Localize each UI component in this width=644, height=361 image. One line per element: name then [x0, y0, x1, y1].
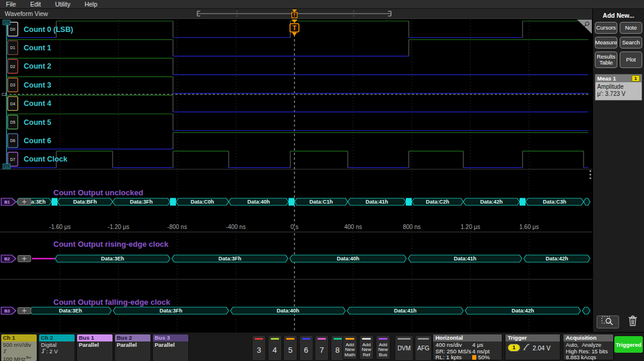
- note-button[interactable]: Note: [620, 22, 642, 34]
- svg-text:Data:3Fh: Data:3Fh: [219, 256, 242, 262]
- dvm-label: DVM: [398, 345, 411, 352]
- svg-text:Data:3Eh: Data:3Eh: [101, 256, 124, 262]
- bus-expand-button-B2[interactable]: [18, 256, 31, 262]
- overview-trigger-marker[interactable]: T: [292, 9, 297, 18]
- horizontal-panel[interactable]: Horizontal 400 ns/div4 μs SR: 250 MS/s4 …: [432, 334, 502, 360]
- bus-expand-button-B3[interactable]: [18, 308, 31, 314]
- bus-label-B3[interactable]: Count Output falling-edge clock: [53, 298, 171, 307]
- channel-label-D3[interactable]: Count 3: [24, 81, 52, 89]
- meas1-type: Amplitude: [597, 83, 640, 91]
- channel-chip-D1[interactable]: D1: [8, 41, 18, 55]
- menu-help[interactable]: Help: [85, 1, 98, 8]
- slice-splitter-handle[interactable]: [589, 173, 591, 175]
- afg-badge[interactable]: AFG: [415, 335, 432, 361]
- inactive-channel-badge-3[interactable]: 3: [252, 335, 266, 361]
- svg-text:B3: B3: [4, 308, 10, 314]
- trigger-panel[interactable]: Trigger 1 2.04 V: [505, 334, 560, 360]
- channel-label-D0[interactable]: Count 0 (LSB): [24, 25, 73, 34]
- menu-file[interactable]: File: [6, 1, 16, 8]
- bus-badge-B1[interactable]: B1: [1, 198, 16, 205]
- add-new-bus-button[interactable]: AddNewBus: [376, 335, 390, 360]
- svg-text:Data:C3h: Data:C3h: [543, 199, 566, 205]
- channel-number: 8: [335, 346, 339, 354]
- meas1-name: Meas 1: [597, 75, 616, 82]
- bus-segment[interactable]: [584, 198, 590, 205]
- channel-chip-D5[interactable]: D5: [8, 115, 18, 130]
- cursors-button[interactable]: Cursors: [595, 22, 617, 34]
- inactive-channel-badge-4[interactable]: 4: [268, 335, 282, 361]
- horizontal-window: 4 μs: [472, 342, 483, 349]
- channel-label-D1[interactable]: Count 1: [24, 44, 52, 52]
- channel-badge-bus-2[interactable]: Bus 2Parallel: [114, 334, 151, 361]
- plot-button[interactable]: Plot: [620, 51, 642, 68]
- digital-channel-D3: [7, 77, 588, 94]
- bandwidth-limit-icon: Bw: [26, 356, 31, 359]
- menu-utility[interactable]: Utility: [55, 1, 71, 8]
- channel-color-stripe: [286, 338, 294, 340]
- svg-text:D1: D1: [10, 46, 15, 50]
- channel-badge-bus-1[interactable]: Bus 1Parallel: [76, 334, 113, 361]
- add-new-ref-button[interactable]: AddNewRef: [359, 335, 374, 360]
- channel-chip-D4[interactable]: D4: [8, 96, 18, 111]
- bus-expand-button-B1[interactable]: [18, 199, 31, 205]
- svg-text:Data:3Fh: Data:3Fh: [130, 199, 153, 205]
- zoom-corner-control[interactable]: [577, 20, 592, 34]
- bus-badge-B3[interactable]: B3: [1, 307, 16, 314]
- inactive-channel-badge-5[interactable]: 5: [283, 335, 297, 361]
- svg-text:D4: D4: [10, 102, 15, 106]
- channel-badge-ch-2[interactable]: Ch 2Digital: 2 V: [39, 334, 75, 361]
- channel-chip-D6[interactable]: D6: [8, 134, 18, 148]
- add-new-math-button[interactable]: AddNewMath: [342, 335, 357, 360]
- inactive-channel-badge-7[interactable]: 7: [315, 335, 329, 361]
- dvm-badge[interactable]: DVM: [395, 335, 414, 361]
- measurement-badge-meas1[interactable]: Meas 1 1 Amplitude μ': 3.723 V: [595, 74, 642, 101]
- search-button[interactable]: Search: [620, 37, 642, 49]
- horizontal-overview-bar[interactable]: T: [0, 9, 592, 18]
- channel-label-D4[interactable]: Count 4: [24, 99, 52, 108]
- svg-text:Data:C1h: Data:C1h: [309, 199, 333, 205]
- bus-glitch-segment: [406, 198, 412, 206]
- trash-button[interactable]: [625, 315, 640, 328]
- bus-segment[interactable]: [582, 307, 590, 314]
- channel-label-D5[interactable]: Count 5: [24, 118, 52, 127]
- channel-badge-title: Bus 3: [153, 334, 188, 341]
- channel-label-D2[interactable]: Count 2: [24, 62, 52, 70]
- menu-edit[interactable]: Edit: [30, 1, 41, 8]
- svg-text:T: T: [293, 25, 296, 31]
- measure-button[interactable]: Measure: [595, 37, 617, 49]
- trigger-flag[interactable]: T: [290, 20, 299, 36]
- bus-badge-B2[interactable]: B2: [1, 255, 16, 262]
- slice-splitter-handle[interactable]: [589, 177, 591, 179]
- channel-color-stripe: [255, 338, 263, 340]
- results-table-button[interactable]: Results Table: [595, 51, 617, 68]
- channel-badge-bus-3[interactable]: Bus 3Parallel: [152, 334, 189, 361]
- acquisition-title: Acquisition: [563, 334, 613, 341]
- acquisition-analyze: Analyze: [582, 342, 601, 348]
- time-axis-label: 0 s: [290, 224, 298, 230]
- channel-label-D6[interactable]: Count 6: [24, 137, 52, 145]
- add-new-label: AddNewMath: [345, 343, 355, 358]
- bus-label-B1[interactable]: Count Output unclocked: [53, 188, 143, 197]
- time-axis-label: 1.20 μs: [460, 224, 480, 230]
- channel-badge-title: Bus 1: [77, 334, 113, 341]
- channel-chip-D3[interactable]: D3: [8, 78, 18, 92]
- channel-chip-D2[interactable]: D2: [8, 59, 18, 73]
- svg-text:Data:3Eh: Data:3Eh: [59, 308, 82, 314]
- svg-text:Data:42h: Data:42h: [480, 199, 502, 205]
- svg-text:D2: D2: [10, 65, 15, 69]
- digital-channel-D2: [7, 58, 588, 75]
- channel-badge-title: Bus 2: [115, 334, 150, 341]
- inactive-channel-badge-6[interactable]: 6: [299, 335, 313, 361]
- waveform-view-tab-bar: Waveform View T: [0, 9, 592, 19]
- svg-text:D0: D0: [10, 27, 15, 31]
- slice-splitter-handle[interactable]: [589, 170, 591, 172]
- waveform-plot-area[interactable]: D0Count 0 (LSB)D1Count 1D2Count 2D3Count…: [0, 19, 592, 332]
- channel-color-stripe: [302, 338, 310, 340]
- zoom-box-button[interactable]: [597, 315, 619, 328]
- svg-text:Data:41h: Data:41h: [366, 199, 388, 205]
- channel-badge-ch-1[interactable]: Ch 1500 mV/div100 MHzBw: [1, 334, 37, 361]
- acquisition-panel[interactable]: Acquisition Auto, Analyze High Res: 15 b…: [563, 334, 614, 360]
- bus-label-B2[interactable]: Count Output rising-edge clock: [53, 240, 169, 249]
- channel-label-D7[interactable]: Count Clock: [24, 155, 68, 163]
- acquisition-resolution: High Res: 15 bits: [566, 349, 611, 355]
